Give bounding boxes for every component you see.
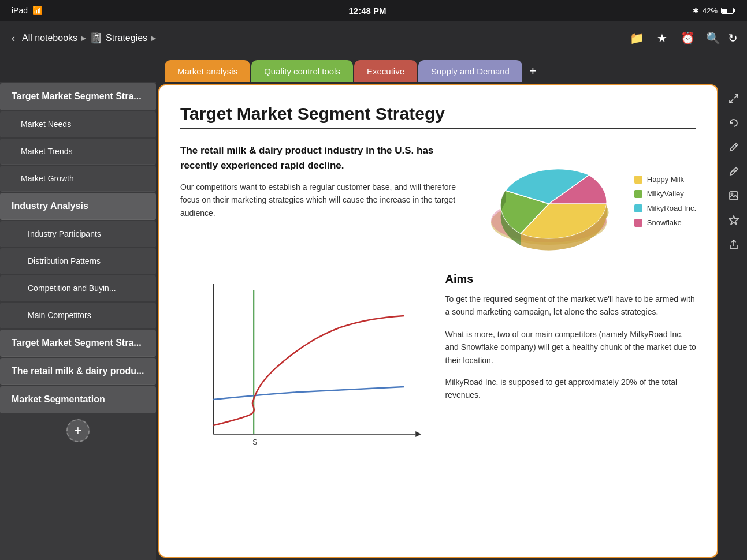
svg-text:S: S [252, 438, 257, 446]
status-left: iPad 📶 [12, 6, 42, 15]
bluetooth-icon: ✱ [693, 6, 699, 15]
text-pen-button[interactable]: abc [724, 162, 744, 181]
sidebar-item-retail-milk[interactable]: The retail milk & dairy produ... [0, 358, 156, 385]
toolbar-left: ‹ All notebooks ▶ 📓 Strategies ▶ [9, 30, 156, 47]
status-bar: iPad 📶 12:48 PM ✱ 42% [0, 0, 747, 21]
expand-button[interactable] [724, 89, 744, 109]
tab-quality-control[interactable]: Quality control tools [251, 60, 353, 82]
sidebar-item-market-growth[interactable]: Market Growth [0, 166, 156, 192]
history-icon[interactable]: ⏰ [677, 28, 698, 48]
sidebar-item-target-seg2[interactable]: Target Market Segment Stra... [0, 330, 156, 357]
sidebar-item-industry-analysis[interactable]: Industry Analysis [0, 193, 156, 220]
back-button[interactable]: ‹ [9, 30, 17, 47]
folder-icon[interactable]: 📁 [626, 28, 647, 48]
sidebar-resize-handle[interactable]: ⋮ [156, 316, 165, 327]
pie-legend: Happy Milk MilkyValley MilkyRoad Inc. [634, 175, 696, 227]
aims-paragraph-1: To get the required segment of the marke… [445, 293, 697, 319]
share-button[interactable] [724, 234, 744, 254]
document-body: Target Market Segment Strategy The retai… [159, 85, 717, 476]
legend-milkyroad: MilkyRoad Inc. [634, 204, 696, 212]
lower-section: S Aims To get the required segment of th… [180, 272, 696, 457]
swatch-milkyroad [634, 204, 642, 212]
toolbar: ‹ All notebooks ▶ 📓 Strategies ▶ 📁 ★ ⏰ 🔍… [0, 21, 747, 55]
pie-chart [475, 143, 625, 259]
favorite-button[interactable] [724, 210, 744, 230]
legend-happy-milk: Happy Milk [634, 175, 696, 184]
wifi-icon: 📶 [32, 6, 42, 15]
legend-snowflake: Snowflake [634, 218, 696, 227]
pie-section: Happy Milk MilkyValley MilkyRoad Inc. [475, 143, 696, 259]
refresh-button[interactable]: ↻ [728, 31, 738, 45]
battery-icon [721, 8, 735, 14]
legend-milky-valley: MilkyValley [634, 189, 696, 198]
battery-level: 42% [703, 6, 718, 15]
breadcrumb-arrow1: ▶ [81, 34, 86, 42]
bold-intro: The retail milk & dairy product industry… [180, 143, 461, 173]
breadcrumb-notebooks[interactable]: All notebooks [22, 33, 77, 43]
svg-text:abc: abc [731, 169, 737, 173]
aims-paragraph-3: MilkyRoad Inc. is supposed to get approx… [445, 376, 697, 402]
svg-marker-4 [415, 431, 421, 437]
svg-line-9 [735, 144, 737, 146]
right-toolbar: abc [720, 82, 747, 560]
breadcrumb-page-icon: 📓 [90, 32, 102, 44]
sidebar-item-market-segmentation[interactable]: Market Segmentation [0, 386, 156, 413]
sidebar-item-distribution-patterns[interactable]: Distribution Patterns [0, 248, 156, 274]
star-icon[interactable]: ★ [652, 28, 672, 48]
sidebar-item-market-trends[interactable]: Market Trends [0, 139, 156, 165]
add-tab-button[interactable]: + [523, 60, 542, 82]
breadcrumb-arrow2: ▶ [151, 34, 156, 42]
upper-text: The retail milk & dairy product industry… [180, 143, 461, 219]
sidebar-item-target-market-header[interactable]: Target Market Segment Stra... [0, 83, 156, 110]
line-chart-container: S [180, 272, 432, 457]
main-area: Target Market Segment Stra... Market Nee… [0, 82, 747, 560]
breadcrumb: All notebooks ▶ 📓 Strategies ▶ [22, 32, 156, 44]
swatch-snowflake [634, 219, 642, 227]
sidebar-item-market-needs[interactable]: Market Needs [0, 111, 156, 137]
swatch-happy-milk [634, 176, 642, 184]
device-name: iPad [12, 6, 28, 15]
upper-section: The retail milk & dairy product industry… [180, 143, 696, 259]
swatch-milky-valley [634, 190, 642, 198]
svg-marker-13 [729, 216, 738, 225]
breadcrumb-strategies[interactable]: Strategies [106, 33, 147, 43]
sidebar-item-main-competitors[interactable]: Main Competitors [0, 303, 156, 328]
search-icon[interactable]: 🔍 [703, 28, 723, 48]
undo-button[interactable] [724, 113, 744, 133]
document-content-area: Target Market Segment Strategy The retai… [158, 84, 718, 558]
pen-button[interactable] [724, 137, 744, 157]
aims-paragraph-2: What is more, two of our main competitor… [445, 328, 697, 367]
tab-supply-demand[interactable]: Supply and Demand [418, 60, 522, 82]
tab-executive[interactable]: Executive [354, 60, 417, 82]
sidebar-item-competition-buying[interactable]: Competition and Buyin... [0, 275, 156, 301]
status-right: ✱ 42% [693, 6, 735, 15]
sidebar-item-industry-participants[interactable]: Industry Participants [0, 221, 156, 247]
time-display: 12:48 PM [348, 6, 386, 16]
sidebar: Target Market Segment Stra... Market Nee… [0, 82, 156, 560]
tab-market-analysis[interactable]: Market analysis [165, 60, 250, 82]
body-text: Our competitors want to establish a regu… [180, 181, 461, 219]
image-button[interactable] [724, 186, 744, 206]
sidebar-add-button[interactable]: + [66, 419, 90, 442]
aims-section: Aims To get the required segment of the … [445, 272, 697, 411]
document-title: Target Market Segment Strategy [180, 104, 696, 129]
aims-title: Aims [445, 272, 697, 286]
tabs-bar: Market analysis Quality control tools Ex… [0, 55, 747, 82]
